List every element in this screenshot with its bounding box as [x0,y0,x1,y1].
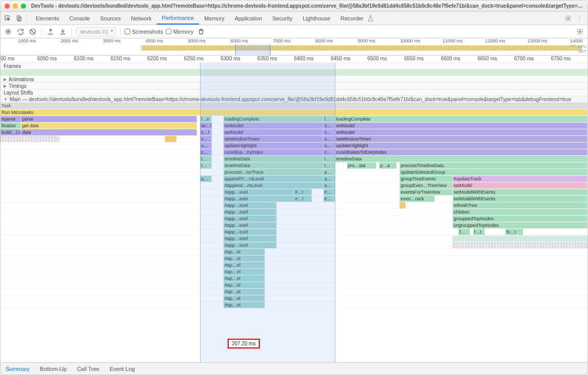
flame-bar[interactable]: eventsForTreeView [400,189,453,195]
flame-bar[interactable]: #… [324,189,335,195]
flame-bar[interactable]: data [21,129,197,135]
flame-bar[interactable] [453,236,588,242]
flame-bar[interactable]: u… [324,143,335,149]
detail-tab-event-log[interactable]: Event Log [108,366,137,372]
tab-elements[interactable]: Elements [31,12,64,25]
flame-chart[interactable]: 5524.8 ms Frames ▶Animations ▶Timings La… [1,63,587,362]
tab-network[interactable]: Network [126,12,157,25]
flame-bar[interactable]: processI…torTrace [224,169,324,175]
minimize-window-button[interactable] [13,4,18,9]
animations-track-header[interactable]: ▶Animations [1,76,587,83]
flame-bar[interactable]: #ap…el [224,255,265,262]
flame-bar[interactable]: #…l [294,196,312,202]
zoom-window-button[interactable] [21,4,26,9]
flame-bar[interactable]: loadingComplete [224,116,324,122]
flame-bar[interactable]: build…Calls [1,129,21,135]
flame-bar[interactable]: #ap…el [224,295,265,301]
inspect-icon[interactable] [3,13,13,24]
flame-bar[interactable]: t… [324,162,335,169]
flame-bar[interactable]: parse [21,116,197,122]
overview-selection[interactable] [235,44,271,55]
flame-bar[interactable]: s… [324,123,335,129]
flame-bar[interactable]: setModelWithEvents [453,196,588,202]
flame-bar[interactable]: #ap…el [224,262,265,268]
clear-button[interactable] [28,27,37,36]
tab-lighthouse[interactable]: Lighthouse [298,12,335,25]
flame-bar[interactable]: p…a [379,162,397,169]
flame-bar[interactable]: #app…evel [224,229,277,235]
flame-bar[interactable]: t… [200,162,212,169]
flame-bar[interactable] [1,136,59,142]
memory-checkbox[interactable]: Memory [166,29,193,35]
flame-bar[interactable]: coordinatesToEntryIndex [335,149,588,155]
record-button[interactable] [4,27,13,36]
flame-bar[interactable]: even…rack [400,196,435,202]
flame-bar[interactable]: setModel [224,123,324,129]
detail-tab-summary[interactable]: Summary [4,366,32,372]
flame-bar[interactable]: Task [1,103,587,109]
device-icon[interactable] [14,13,24,24]
settings-icon[interactable] [563,13,573,24]
flame-bar[interactable]: #ap…el [224,249,265,255]
flame-bar[interactable]: pro…ata [347,162,377,169]
flame-bar[interactable]: #app…evel [224,236,277,242]
flame-bar[interactable]: l… [324,116,335,122]
download-icon[interactable] [58,27,67,36]
flame-bar[interactable]: finalize [1,123,21,129]
flame-bar[interactable]: #app…evel [224,209,277,215]
flame-bar[interactable]: setModelWithEvents [453,189,588,195]
flame-bar[interactable]: groupEven…TreeView [400,182,453,189]
flame-bar[interactable]: #…l [294,189,312,195]
flame-bar[interactable]: a… [324,176,335,182]
flame-bar[interactable]: setWindowTimes [224,136,324,142]
flame-bar[interactable]: #append…AtLevel [224,182,324,189]
main-track-header[interactable]: ▼Main — devtools://devtools/bundled/devt… [1,96,587,103]
flame-bar[interactable]: #ap…el [224,282,265,288]
flame-bar[interactable]: s…l [200,129,212,135]
timeline-ruler[interactable]: 00 ms6050 ms6100 ms6150 ms6200 ms6250 ms… [1,56,587,63]
flame-bar[interactable]: t… [324,156,335,162]
upload-icon[interactable] [46,27,55,36]
tab-performance[interactable]: Performance [157,12,199,25]
flame-bar[interactable]: f…t [473,229,485,235]
trash-icon[interactable] [197,27,206,36]
flame-bar[interactable]: loadingComplete [335,116,588,122]
flame-bar[interactable]: refreshTree [453,202,588,208]
flame-bar[interactable]: t… [200,156,212,162]
flame-bar[interactable]: a… [324,182,335,189]
flame-bar[interactable]: timelineData [224,162,324,169]
flame-bar[interactable]: setModel [453,182,588,189]
flame-bar[interactable]: setModel [335,129,588,135]
flame-bar[interactable]: #app…evel [224,189,294,195]
timings-track-header[interactable]: ▶Timings [1,83,587,89]
flame-bar[interactable]: #ap…el [224,275,265,282]
panel-settings-icon[interactable] [575,27,584,36]
flame-bar[interactable] [165,136,177,142]
flame-bar[interactable] [400,202,406,208]
tab-memory[interactable]: Memory [199,12,230,25]
flame-bar[interactable]: setWindowTimes [335,136,588,142]
flame-bar[interactable]: setModel [224,129,324,135]
flame-bar[interactable]: #ap…el [224,269,265,275]
flame-bar[interactable]: fo…t [505,229,523,235]
more-icon[interactable]: ⋮ [574,13,584,24]
flame-bar[interactable]: groupTreeEvents [400,176,453,182]
flame-bar[interactable]: ungrouppedTopNodes [453,222,588,228]
flame-bar[interactable]: #app…evel [224,202,277,208]
flame-bar[interactable]: se…l [200,123,212,129]
flame-bar[interactable]: c… [200,149,212,155]
profile-select[interactable]: devtools #1 [76,27,116,36]
tab-security[interactable]: Security [267,12,298,25]
flame-bar[interactable]: processTimelineData [400,162,587,169]
flame-bar[interactable]: #app…evel [224,242,277,248]
layout-shifts-track-header[interactable]: Layout Shifts [1,89,587,96]
flame-bar[interactable]: timelineData [335,156,588,162]
flame-bar[interactable]: grouppedTopNodes [453,216,588,222]
flame-bar[interactable]: Run Microtasks [1,109,587,115]
flame-bar[interactable]: updateHighlight [335,143,588,149]
tab-application[interactable]: Application [230,12,267,25]
flame-bar[interactable]: #ap…el [224,289,265,295]
flame-bar[interactable]: s… [200,136,212,142]
flame-bar[interactable]: timelineData [224,156,324,162]
flame-bar[interactable]: s… [324,136,335,142]
